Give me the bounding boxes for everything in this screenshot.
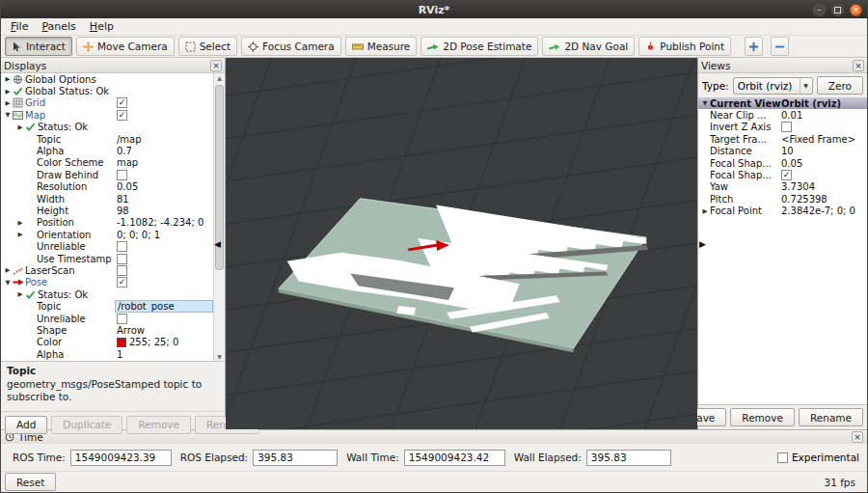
expander-icon[interactable]: ▶ — [15, 123, 25, 131]
tool-2d-pose-estimate[interactable]: 2D Pose Estimate — [420, 37, 538, 56]
menu-help[interactable]: Help — [83, 19, 121, 34]
checkbox[interactable] — [781, 122, 792, 132]
tree-row-target-fra[interactable]: Target Fra...<Fixed Frame> — [698, 133, 867, 145]
duplicate-button[interactable]: Duplicate — [51, 416, 122, 434]
property-value[interactable] — [115, 122, 213, 133]
tree-row-invert-z-axis[interactable]: Invert Z Axis — [698, 122, 867, 133]
ros-elapsed-input[interactable]: 395.83 — [253, 450, 338, 466]
wall-elapsed-input[interactable]: 395.83 — [586, 450, 671, 466]
property-value[interactable]: /map — [115, 133, 213, 145]
rename-button[interactable]: Rename — [799, 408, 863, 426]
property-value[interactable] — [115, 169, 213, 180]
property-value[interactable]: 1 — [115, 348, 213, 360]
add-button[interactable]: Add — [5, 416, 47, 434]
expander-icon[interactable]: ▶ — [700, 207, 710, 215]
checkbox[interactable]: ✓ — [117, 277, 127, 288]
scrollbar[interactable]: ▲ ▼ — [213, 73, 225, 361]
checkbox[interactable] — [117, 265, 127, 276]
expander-icon[interactable]: ▶ — [3, 99, 13, 107]
property-value[interactable]: ✓ — [115, 109, 213, 121]
checkbox[interactable] — [117, 254, 127, 264]
tree-row-alpha[interactable]: Alpha0.7 — [1, 145, 213, 156]
property-value[interactable]: <Fixed Frame> — [779, 133, 867, 145]
property-value[interactable] — [115, 313, 213, 324]
checkbox[interactable] — [117, 314, 127, 324]
add-tool-button[interactable] — [745, 37, 763, 56]
experimental-checkbox[interactable] — [777, 452, 788, 463]
tree-row-unreliable[interactable]: Unreliable — [1, 313, 213, 324]
property-value[interactable]: 98 — [115, 205, 213, 216]
property-value[interactable]: 255; 25; 0 — [115, 337, 213, 348]
property-value[interactable]: 3.7304 — [779, 181, 867, 193]
property-value[interactable]: 81 — [115, 193, 213, 205]
tree-row-status-ok[interactable]: ▶Status: Ok — [1, 122, 213, 133]
property-value[interactable]: /robot_pose — [115, 300, 213, 312]
close-icon[interactable]: × — [852, 431, 863, 443]
checkbox[interactable]: ✓ — [117, 110, 127, 121]
checkbox[interactable] — [117, 170, 127, 180]
minimize-button[interactable]: – — [813, 4, 826, 16]
tree-row-global-status-ok[interactable]: ▶Global Status: Ok — [1, 85, 213, 96]
scroll-up-icon[interactable]: ▲ — [214, 74, 225, 81]
checkbox[interactable]: ✓ — [117, 97, 127, 108]
tree-row-map[interactable]: ▼Map✓ — [1, 109, 213, 121]
tree-row-global-options[interactable]: ▶Global Options — [1, 73, 213, 85]
ros-time-input[interactable]: 1549009423.39 — [70, 450, 172, 466]
tool-select[interactable]: Select — [178, 37, 237, 56]
tree-row-height[interactable]: Height98 — [1, 205, 213, 216]
property-value[interactable]: ✓ — [115, 277, 213, 288]
property-value[interactable] — [779, 122, 867, 133]
expander-icon[interactable]: ▶ — [15, 231, 25, 238]
property-value[interactable]: 0; 0; 0; 1 — [115, 229, 213, 240]
tree-row-resolution[interactable]: Resolution0.05 — [1, 181, 213, 193]
expander-icon[interactable]: ▼ — [3, 279, 13, 287]
titlebar[interactable]: RViz* –× — [1, 1, 867, 18]
close-icon[interactable]: × — [853, 60, 864, 71]
tree-row-distance[interactable]: Distance10 — [698, 146, 867, 157]
close-button[interactable]: × — [850, 4, 862, 16]
collapse-right-panel-icon[interactable]: ▶ — [699, 239, 706, 249]
tree-row-yaw[interactable]: Yaw3.7304 — [698, 181, 867, 193]
expander-icon[interactable]: ▶ — [3, 75, 13, 83]
property-value[interactable]: 0.05 — [779, 157, 867, 169]
property-value[interactable] — [115, 85, 213, 96]
menu-file[interactable]: File — [4, 19, 35, 34]
remove-button[interactable]: Remove — [126, 416, 191, 434]
property-value[interactable]: map — [115, 157, 213, 169]
property-value[interactable] — [115, 73, 213, 85]
property-value[interactable]: 0.05 — [115, 181, 213, 193]
tree-row-current-view[interactable]: ▼Current ViewOrbit (rviz) — [698, 97, 867, 109]
tree-row-draw-behind[interactable]: Draw Behind — [1, 169, 213, 180]
tree-row-color[interactable]: Color255; 25; 0 — [1, 337, 213, 348]
property-value[interactable] — [115, 253, 213, 264]
view-type-dropdown[interactable]: Orbit (rviz) ▼ — [733, 77, 813, 95]
property-value[interactable]: Arrow — [115, 324, 213, 336]
tool-2d-nav-goal[interactable]: 2D Nav Goal — [542, 37, 635, 56]
tree-row-near-clip[interactable]: Near Clip ...0.01 — [698, 109, 867, 121]
expander-icon[interactable]: ▶ — [3, 88, 13, 96]
property-value[interactable]: -1.1082; -4.234; 0 — [115, 217, 213, 229]
collapse-left-panel-icon[interactable]: ◀ — [214, 239, 221, 249]
zero-button[interactable]: Zero — [817, 76, 863, 95]
tree-row-status-ok[interactable]: ▶Status: Ok — [1, 288, 213, 300]
tree-row-focal-shap[interactable]: Focal Shap...✓ — [698, 169, 867, 180]
tool-interact[interactable]: Interact — [5, 37, 72, 56]
property-value[interactable]: ✓ — [779, 169, 867, 180]
expander-icon[interactable]: ▶ — [15, 290, 25, 298]
reset-button[interactable]: Reset — [5, 473, 56, 491]
property-value[interactable]: 10 — [779, 146, 867, 157]
tool-move-camera[interactable]: Move Camera — [76, 37, 175, 56]
tree-row-laserscan[interactable]: ▶LaserScan — [1, 264, 213, 276]
tree-row-pose[interactable]: ▼Pose✓ — [1, 277, 213, 288]
scroll-down-icon[interactable]: ▼ — [214, 353, 225, 360]
expander-icon[interactable]: ▶ — [3, 266, 13, 274]
property-value[interactable] — [115, 240, 213, 252]
experimental-toggle[interactable]: Experimental — [777, 452, 859, 463]
property-value[interactable] — [115, 264, 213, 276]
property-value[interactable]: 0.725398 — [779, 193, 867, 205]
tree-row-use-timestamp[interactable]: Use Timestamp — [1, 253, 213, 264]
tree-row-color-scheme[interactable]: Color Schememap — [1, 157, 213, 169]
tree-row-shape[interactable]: ShapeArrow — [1, 324, 213, 336]
tree-row-focal-shap[interactable]: Focal Shap...0.05 — [698, 157, 867, 169]
tool-focus-camera[interactable]: Focus Camera — [241, 37, 341, 56]
